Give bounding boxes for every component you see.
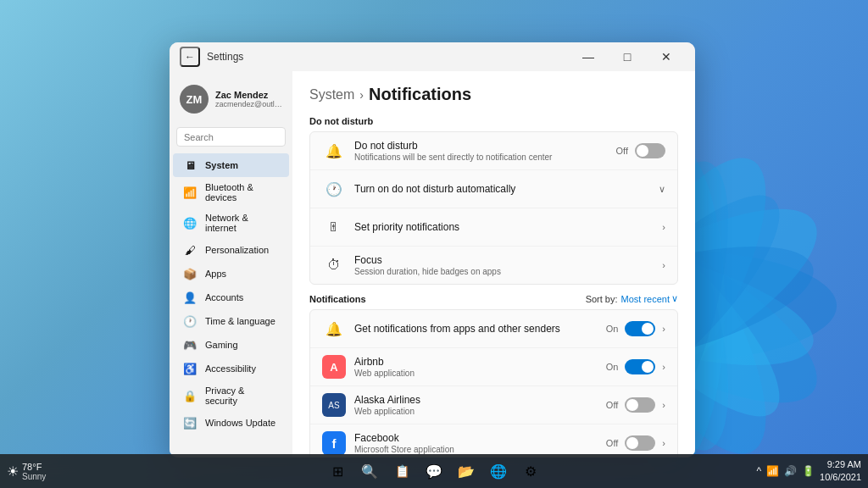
- alaska-status: Off: [606, 400, 618, 410]
- facebook-title: Facebook: [354, 432, 606, 444]
- edge-button[interactable]: 🌐: [485, 458, 512, 485]
- personalization-icon: 🖌: [183, 243, 197, 257]
- chevron-right-icon: ›: [662, 324, 665, 334]
- sidebar-item-label: Accounts: [205, 292, 243, 302]
- update-icon: 🔄: [183, 416, 197, 430]
- avatar: ZM: [180, 85, 209, 114]
- system-tray[interactable]: ^: [756, 465, 761, 477]
- user-info: Zac Mendez zacmendez@outlook.com: [215, 90, 282, 108]
- taskbar-center: ⊞ 🔍 📋 💬 📂 🌐 ⚙: [324, 458, 544, 485]
- weather-temp: 78°F: [22, 462, 46, 472]
- chevron-up-icon: ^: [756, 465, 761, 477]
- dnd-main-row[interactable]: 🔔 Do not disturb Notifications will be s…: [310, 132, 677, 170]
- main-content: System › Notifications Do not disturb 🔔 …: [292, 71, 695, 458]
- sidebar-item-system[interactable]: 🖥 System: [173, 153, 289, 177]
- system-icon: 🖥: [183, 158, 197, 172]
- notif-all-row[interactable]: 🔔 Get notifications from apps and other …: [310, 310, 677, 348]
- chevron-right-icon: ›: [662, 400, 665, 410]
- notif-all-content: Get notifications from apps and other se…: [354, 323, 606, 335]
- weather-condition: Sunny: [22, 472, 46, 481]
- dnd-toggle[interactable]: [635, 143, 665, 158]
- sidebar-item-label: Time & language: [205, 316, 275, 326]
- user-name: Zac Mendez: [215, 90, 282, 100]
- weather-widget[interactable]: ☀ 78°F Sunny: [7, 462, 46, 481]
- gaming-icon: 🎮: [183, 338, 197, 352]
- accounts-icon: 👤: [183, 291, 197, 304]
- window-title: Settings: [207, 51, 243, 63]
- priority-right: ›: [662, 222, 665, 232]
- facebook-subtitle: Microsoft Store application: [354, 445, 606, 454]
- alaska-toggle[interactable]: [625, 397, 655, 413]
- chevron-right-icon: ›: [662, 362, 665, 372]
- battery-icon: 🔋: [802, 465, 815, 477]
- user-email: zacmendez@outlook.com: [215, 100, 282, 108]
- priority-title: Set priority notifications: [354, 221, 662, 233]
- alaska-airlines-icon: AS: [322, 393, 346, 417]
- taskbar-left: ☀ 78°F Sunny: [7, 462, 46, 481]
- facebook-toggle[interactable]: [625, 435, 655, 451]
- user-profile[interactable]: ZM Zac Mendez zacmendez@outlook.com: [170, 78, 292, 124]
- focus-right: ›: [662, 260, 665, 270]
- dnd-auto-right: ∨: [659, 184, 665, 195]
- alaska-row[interactable]: AS Alaska Airlines Web application Off ›: [310, 386, 677, 424]
- chevron-right-icon: ›: [662, 222, 665, 232]
- chat-button[interactable]: 💬: [420, 458, 448, 485]
- page-title: Notifications: [369, 85, 471, 104]
- clock[interactable]: 9:29 AM 10/6/2021: [820, 458, 861, 485]
- sidebar-item-label: Personalization: [205, 245, 269, 255]
- sidebar-item-accessibility[interactable]: ♿ Accessibility: [173, 357, 289, 380]
- sort-by: Sort by: Most recent ∨: [586, 293, 678, 304]
- wifi-icon: 📶: [766, 465, 779, 477]
- privacy-icon: 🔒: [183, 389, 197, 402]
- sidebar-item-accounts[interactable]: 👤 Accounts: [173, 286, 289, 309]
- alaska-content: Alaska Airlines Web application: [354, 394, 606, 416]
- dnd-auto-row[interactable]: 🕐 Turn on do not disturb automatically ∨: [310, 170, 677, 208]
- network-icon-tray[interactable]: 📶: [766, 465, 779, 477]
- dnd-auto-title: Turn on do not disturb automatically: [354, 183, 659, 195]
- close-button[interactable]: ✕: [648, 44, 685, 69]
- focus-icon: ⏱: [322, 253, 346, 277]
- battery-icon-tray[interactable]: 🔋: [802, 465, 815, 477]
- airbnb-row[interactable]: A Airbnb Web application On ›: [310, 348, 677, 386]
- maximize-button[interactable]: □: [609, 44, 646, 69]
- priority-notif-row[interactable]: 🎚 Set priority notifications ›: [310, 208, 677, 247]
- focus-row[interactable]: ⏱ Focus Session duration, hide badges on…: [310, 247, 677, 284]
- chevron-down-icon: ∨: [659, 184, 665, 195]
- sidebar-item-privacy[interactable]: 🔒 Privacy & security: [173, 380, 289, 411]
- back-button[interactable]: ←: [180, 47, 200, 67]
- facebook-row[interactable]: f Facebook Microsoft Store application O…: [310, 424, 677, 458]
- dnd-main-content: Do not disturb Notifications will be sen…: [354, 140, 616, 162]
- airbnb-status: On: [606, 362, 619, 372]
- search-taskbar-button[interactable]: 🔍: [356, 458, 383, 485]
- sidebar-item-update[interactable]: 🔄 Windows Update: [173, 411, 289, 435]
- dnd-bell-icon: 🔔: [322, 139, 346, 163]
- date-display: 10/6/2021: [820, 471, 861, 484]
- sidebar-item-gaming[interactable]: 🎮 Gaming: [173, 333, 289, 357]
- airbnb-title: Airbnb: [354, 356, 606, 368]
- chevron-right-icon: ›: [662, 438, 665, 448]
- task-view-button[interactable]: 📋: [388, 458, 415, 485]
- search-input[interactable]: [184, 132, 292, 142]
- focus-content: Focus Session duration, hide badges on a…: [354, 254, 662, 276]
- sort-value: Most recent: [621, 294, 670, 304]
- settings-taskbar-button[interactable]: ⚙: [517, 458, 544, 485]
- sidebar-item-personalization[interactable]: 🖌 Personalization: [173, 238, 289, 262]
- taskbar-right: ^ 📶 🔊 🔋 9:29 AM 10/6/2021: [756, 458, 861, 485]
- sidebar-item-apps[interactable]: 📦 Apps: [173, 262, 289, 286]
- sidebar-item-network[interactable]: 🌐 Network & internet: [173, 208, 289, 238]
- alaska-title: Alaska Airlines: [354, 394, 606, 406]
- volume-icon-tray[interactable]: 🔊: [784, 465, 797, 477]
- title-bar: ← Settings — □ ✕: [170, 42, 695, 71]
- search-box[interactable]: 🔍: [176, 127, 286, 147]
- airbnb-toggle[interactable]: [625, 359, 655, 374]
- sidebar-item-bluetooth[interactable]: 📶 Bluetooth & devices: [173, 177, 289, 208]
- file-explorer-button[interactable]: 📂: [453, 458, 480, 485]
- start-button[interactable]: ⊞: [324, 458, 351, 485]
- airbnb-content: Airbnb Web application: [354, 356, 606, 378]
- settings-window: ← Settings — □ ✕ ZM Zac Mendez zacmendez…: [170, 42, 695, 458]
- sidebar-item-time[interactable]: 🕐 Time & language: [173, 309, 289, 333]
- sort-dropdown[interactable]: Most recent ∨: [621, 293, 678, 304]
- dnd-main-title: Do not disturb: [354, 140, 616, 152]
- notif-all-toggle[interactable]: [625, 321, 655, 336]
- minimize-button[interactable]: —: [570, 44, 607, 69]
